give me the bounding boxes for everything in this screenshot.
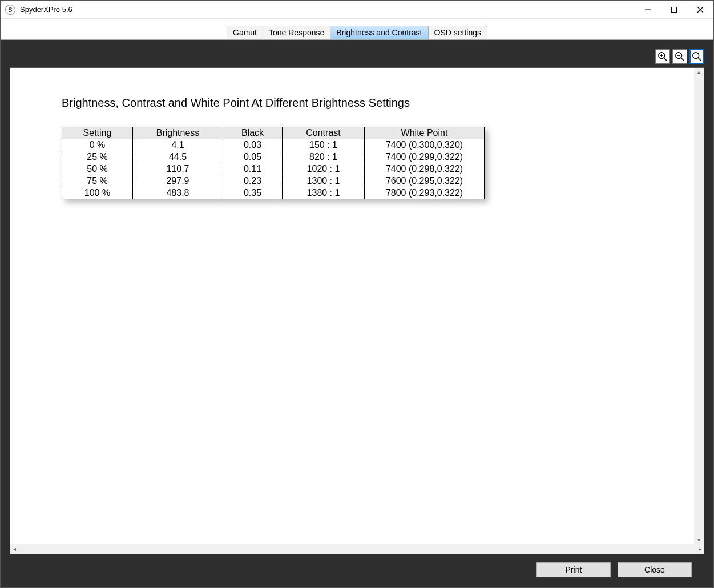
tab-tone-response[interactable]: Tone Response	[263, 26, 330, 39]
th-brightness: Brightness	[133, 127, 223, 139]
cell-white-point: 7400 (0.298,0.322)	[365, 163, 485, 175]
table-row: 25 % 44.5 0.05 820 : 1 7400 (0.299,0.322…	[62, 151, 485, 163]
print-button[interactable]: Print	[536, 562, 611, 577]
chevron-left-icon: ◂	[13, 546, 16, 552]
th-contrast: Contrast	[283, 127, 365, 139]
footer-buttons: Print Close	[10, 554, 704, 587]
close-window-button[interactable]	[687, 1, 713, 18]
close-button[interactable]: Close	[618, 562, 692, 577]
close-icon	[697, 6, 704, 13]
brightness-table: Setting Brightness Black Contrast White …	[62, 127, 485, 199]
cell-white-point: 7600 (0.295,0.322)	[365, 175, 485, 187]
scroll-right-arrow[interactable]: ▸	[697, 546, 703, 552]
cell-contrast: 150 : 1	[283, 139, 365, 151]
scroll-left-arrow[interactable]: ◂	[11, 546, 17, 552]
table-row: 100 % 483.8 0.35 1380 : 1 7800 (0.293,0.…	[62, 187, 485, 199]
page-viewport: Brightness, Contrast and White Point At …	[10, 68, 704, 554]
chevron-right-icon: ▸	[699, 546, 701, 552]
table-row: 0 % 4.1 0.03 150 : 1 7400 (0.300,0.320)	[62, 139, 485, 151]
zoom-fit-button[interactable]	[689, 49, 704, 64]
window-title: SpyderXPro 5.6	[20, 5, 72, 14]
cell-white-point: 7400 (0.299,0.322)	[365, 151, 485, 163]
window-controls	[635, 1, 713, 18]
cell-black: 0.03	[223, 139, 283, 151]
zoom-in-icon	[657, 51, 668, 62]
th-white-point: White Point	[365, 127, 485, 139]
table-header-row: Setting Brightness Black Contrast White …	[62, 127, 485, 139]
minimize-icon	[644, 6, 651, 13]
tab-brightness-contrast[interactable]: Brightness and Contrast	[330, 26, 428, 39]
cell-contrast: 1020 : 1	[283, 163, 365, 175]
cell-brightness: 297.9	[133, 175, 223, 187]
cell-brightness: 44.5	[133, 151, 223, 163]
cell-brightness: 110.7	[133, 163, 223, 175]
zoom-out-icon	[675, 51, 685, 62]
maximize-button[interactable]	[661, 1, 687, 18]
svg-line-5	[664, 58, 667, 61]
app-window: S SpyderXPro 5.6 Gamut Tone Response Bri…	[0, 0, 714, 588]
svg-line-12	[698, 58, 701, 61]
page-container: Brightness, Contrast and White Point At …	[10, 67, 704, 554]
zoom-in-button[interactable]	[655, 49, 670, 64]
cell-brightness: 4.1	[133, 139, 223, 151]
svg-point-11	[693, 53, 699, 59]
cell-contrast: 820 : 1	[283, 151, 365, 163]
content-area: Brightness, Contrast and White Point At …	[1, 40, 713, 587]
th-black: Black	[223, 127, 283, 139]
cell-contrast: 1380 : 1	[283, 187, 365, 199]
report-page: Brightness, Contrast and White Point At …	[10, 68, 704, 228]
chevron-down-icon: ▾	[697, 537, 700, 543]
tabs: Gamut Tone Response Brightness and Contr…	[227, 26, 487, 39]
cell-white-point: 7400 (0.300,0.320)	[365, 139, 485, 151]
cell-setting: 75 %	[62, 175, 133, 187]
cell-contrast: 1300 : 1	[283, 175, 365, 187]
table-row: 50 % 110.7 0.11 1020 : 1 7400 (0.298,0.3…	[62, 163, 485, 175]
svg-line-9	[681, 58, 684, 61]
table-row: 75 % 297.9 0.23 1300 : 1 7600 (0.295,0.3…	[62, 175, 485, 187]
cell-black: 0.05	[223, 151, 283, 163]
horizontal-scrollbar[interactable]: ◂ ▸	[10, 544, 704, 554]
scroll-up-arrow[interactable]: ▴	[696, 69, 702, 75]
tabs-row: Gamut Tone Response Brightness and Contr…	[1, 19, 713, 39]
tab-gamut[interactable]: Gamut	[227, 26, 263, 39]
cell-black: 0.35	[223, 187, 283, 199]
cell-setting: 0 %	[62, 139, 133, 151]
tab-osd-settings[interactable]: OSD settings	[429, 26, 487, 39]
cell-setting: 25 %	[62, 151, 133, 163]
maximize-icon	[671, 6, 677, 13]
page-heading: Brightness, Contrast and White Point At …	[62, 96, 652, 110]
vertical-scrollbar[interactable]: ▴ ▾	[694, 68, 704, 544]
scroll-down-arrow[interactable]: ▾	[696, 537, 702, 543]
chevron-up-icon: ▴	[697, 69, 700, 75]
th-setting: Setting	[62, 127, 133, 139]
zoom-out-button[interactable]	[672, 49, 687, 64]
zoom-fit-icon	[692, 51, 702, 62]
cell-black: 0.23	[223, 175, 283, 187]
minimize-button[interactable]	[635, 1, 661, 18]
cell-setting: 50 %	[62, 163, 133, 175]
cell-setting: 100 %	[62, 187, 133, 199]
cell-white-point: 7800 (0.293,0.322)	[365, 187, 485, 199]
cell-brightness: 483.8	[133, 187, 223, 199]
cell-black: 0.11	[223, 163, 283, 175]
zoom-toolbar	[10, 49, 704, 64]
titlebar: S SpyderXPro 5.6	[1, 1, 713, 19]
app-icon: S	[5, 5, 15, 15]
svg-rect-1	[672, 7, 677, 12]
